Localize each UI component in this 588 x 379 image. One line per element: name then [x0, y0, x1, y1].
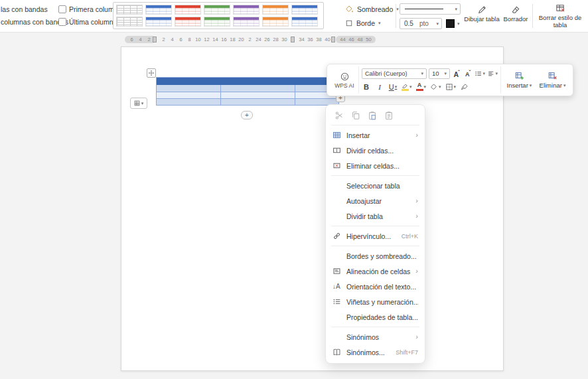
table-quick-select-button[interactable]: ▾ [130, 98, 147, 109]
split-cells-icon [332, 146, 346, 155]
table-style-thumb[interactable] [204, 17, 230, 27]
chevron-right-icon: › [415, 267, 418, 275]
checkbox-banded-rows[interactable]: las con bandas [1, 5, 48, 13]
line-style-dropdown[interactable]: ▾ [400, 3, 461, 15]
mini-toolbar-table-section: Insertar▾ Eliminar▾ [501, 66, 569, 94]
checkbox-last-column[interactable]: Última columna [58, 18, 117, 26]
menu-item-seleccionar-tabla[interactable]: Seleccionar tabla [326, 178, 425, 193]
table-style-thumb[interactable] [145, 5, 172, 15]
alignment-dropdown[interactable]: ▾ [487, 68, 498, 79]
table-move-handle[interactable] [147, 68, 156, 78]
delete-dropdown-button[interactable]: Eliminar▾ [540, 66, 566, 94]
menu-item-dividir-tabla[interactable]: Dividir tabla › [326, 208, 425, 224]
menu-item-label: Propiedades de tabla... [346, 313, 418, 321]
table-style-thumb[interactable] [262, 17, 289, 27]
draw-table-button[interactable]: Dibujar tabla [463, 4, 501, 23]
chevron-down-icon: ▾ [439, 84, 441, 89]
table-style-thumb[interactable] [145, 17, 172, 27]
ruler-indent-marker[interactable] [153, 37, 157, 42]
table-cell[interactable] [157, 85, 220, 92]
eraser-button[interactable]: Borrador [501, 4, 530, 23]
menu-item-hipervinculo[interactable]: Hipervínculo... Ctrl+K [326, 228, 425, 244]
border-dropdown[interactable]: Borde ▾ [345, 17, 399, 29]
ruler-column-marker[interactable] [331, 37, 335, 42]
menu-separator [331, 327, 419, 327]
horizontal-ruler[interactable]: 642 2468101214161820224262830 34363840 4… [0, 35, 588, 44]
ruler-number: 46 [347, 37, 356, 42]
shading-mini-dropdown[interactable]: ▾ [430, 81, 441, 92]
text-orientation-icon: ↓A [332, 283, 346, 290]
border-icon [445, 83, 453, 91]
table-style-thumb[interactable] [204, 5, 230, 15]
menu-item-alineacion-de-celdas[interactable]: Alineación de celdas › [326, 264, 425, 279]
ruler-number: 6 [177, 37, 185, 42]
table-style-thumb[interactable] [262, 5, 289, 15]
table-style-thumb[interactable] [291, 5, 318, 15]
hyperlink-icon [332, 232, 346, 240]
menu-item-vinetas-y-numeracion[interactable]: Viñetas y numeración... [326, 294, 425, 309]
menu-item-label: Bordes y sombreado... [346, 252, 418, 260]
table-cell[interactable] [220, 85, 295, 92]
menu-item-dividir-celdas[interactable]: Dividir celdas... [326, 143, 425, 158]
insert-dropdown-button[interactable]: Insertar▾ [507, 66, 532, 94]
font-name-dropdown[interactable]: Calibri (Cuerpo) ▾ [362, 68, 427, 79]
menu-item-eliminar-celdas[interactable]: Eliminar celdas... [326, 158, 425, 173]
insert-table-icon [514, 71, 524, 80]
font-size-dropdown[interactable]: 10 ▾ [429, 68, 450, 79]
copy-icon[interactable] [351, 111, 360, 120]
ruler-number: 6 [127, 37, 136, 42]
table-style-thumb[interactable] [175, 5, 201, 15]
format-painter-button[interactable] [460, 81, 469, 92]
italic-button[interactable]: I [375, 81, 384, 92]
ruler-column-marker[interactable] [291, 37, 295, 42]
shrink-font-button[interactable]: Aˇ [463, 68, 473, 79]
eraser-label: Borrador [504, 16, 528, 23]
table-cell[interactable] [157, 99, 220, 105]
chevron-right-icon: › [415, 212, 418, 220]
doc-table[interactable] [156, 77, 339, 106]
menu-item-sinonimos-submenu[interactable]: Sinónimos › [326, 329, 425, 344]
doc-table-header[interactable] [157, 78, 338, 85]
grow-font-button[interactable]: Aˆ [452, 68, 461, 79]
wps-ai-button[interactable]: WPS AI [331, 66, 358, 94]
bold-button[interactable]: B [362, 81, 371, 92]
table-style-thumb[interactable] [116, 17, 143, 27]
table-cell[interactable] [220, 92, 295, 98]
chevron-down-icon: ▾ [496, 71, 498, 76]
table-style-thumb[interactable] [116, 5, 143, 15]
table-cell[interactable] [220, 99, 295, 105]
insert-label: Insertar [507, 82, 528, 89]
menu-item-autoajustar[interactable]: Autoajustar › [326, 193, 425, 208]
menu-item-sinonimos-dialog[interactable]: Sinónimos... Shift+F7 [326, 344, 425, 360]
paste-special-icon[interactable] [384, 111, 394, 120]
ruler-seg2-numbers: 34363840 [297, 36, 332, 43]
menu-item-propiedades-de-tabla[interactable]: Propiedades de tabla... [326, 309, 425, 325]
line-weight-unit: pto [419, 20, 429, 27]
checkbox-last-column-label: Última columna [69, 18, 117, 26]
menu-item-bordes-y-sombreado[interactable]: Bordes y sombreado... [326, 248, 425, 264]
shading-dropdown[interactable]: Sombreado ▾ [345, 3, 399, 15]
underline-dropdown[interactable]: U ▾ [388, 81, 398, 92]
menu-item-insertar[interactable]: Insertar › [326, 127, 425, 143]
table-cell[interactable] [157, 92, 220, 98]
insert-row-handle[interactable]: + [241, 111, 253, 119]
clear-table-style-button[interactable]: Borrar estilo de tabla [536, 3, 584, 29]
wps-ai-label: WPS AI [334, 82, 354, 89]
table-style-thumb[interactable] [233, 17, 259, 27]
highlight-color-dropdown[interactable]: ▾ [402, 81, 412, 92]
line-weight-dropdown[interactable]: 0.5 pto ▾ [400, 18, 442, 29]
table-style-thumb[interactable] [233, 5, 259, 15]
cut-icon[interactable] [334, 111, 344, 120]
pen-color-dropdown[interactable]: ▾ [446, 18, 460, 29]
font-color-dropdown[interactable]: A ▾ [416, 81, 427, 92]
bullets-dropdown[interactable]: ▾ [475, 68, 485, 79]
table-style-thumb[interactable] [291, 17, 318, 27]
ruler-mid-numbers: 2468101214161820224262830 [159, 36, 289, 43]
border-mini-dropdown[interactable]: ▾ [445, 81, 457, 92]
app-window: las con bandas columnas con bandas Prime… [0, 0, 588, 379]
menu-item-orientacion-del-texto[interactable]: ↓A Orientación del texto... [326, 279, 425, 294]
paste-icon[interactable] [368, 111, 377, 120]
table-style-thumb[interactable] [175, 17, 201, 27]
cell-alignment-icon [332, 267, 346, 275]
ruler-number: 28 [271, 37, 280, 42]
